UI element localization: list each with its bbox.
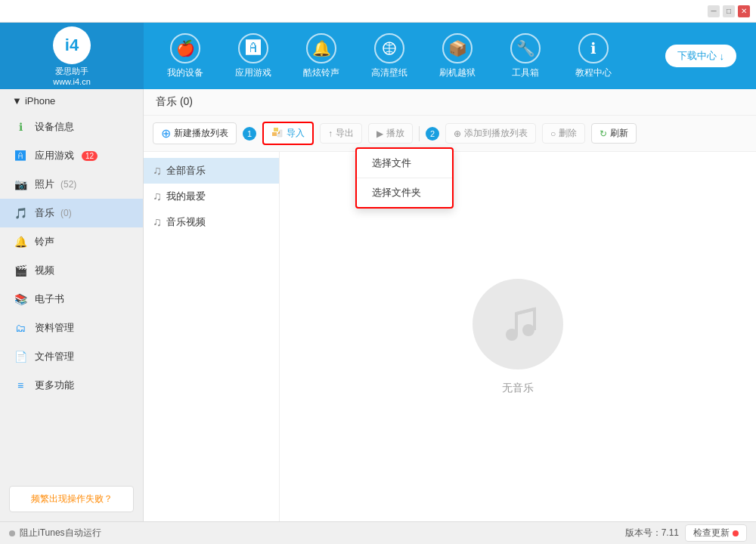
download-button[interactable]: 下载中心 ↓ [665,45,737,67]
music-placeholder-icon [472,279,563,369]
svg-line-7 [516,309,534,314]
toolbar: ⊕ 新建播放列表 1 导入 ↑ [144,116,756,152]
close-button[interactable]: ✕ [738,5,750,17]
photos-count: (52) [60,179,76,190]
error-help-button[interactable]: 频繁出现操作失败？ [9,486,134,512]
nav-jailbreak[interactable]: 📦 刷机越狱 [423,23,491,89]
nav-toolbox[interactable]: 🔧 工具箱 [491,23,559,89]
nav-ringtones-label: 酷炫铃声 [303,66,339,79]
toolbar-separator [419,126,420,141]
play-button[interactable]: ▶ 播放 [368,123,413,144]
music-videos-label: 音乐视频 [166,215,206,229]
nav-tutorials-label: 教程中心 [575,66,612,79]
add-to-playlist-button[interactable]: ⊕ 添加到播放列表 [445,123,536,144]
sidebar-item-videos[interactable]: 🎬 视频 [0,256,143,285]
nav-tutorials[interactable]: ℹ 教程中心 [559,23,627,89]
all-music-label: 全部音乐 [166,164,206,178]
sidebar-item-music[interactable]: 🎵 音乐 (0) [0,199,143,227]
playlist-all-music[interactable]: ♫ 全部音乐 [144,158,279,184]
favorites-label: 我的最爱 [166,190,206,203]
sidebar-item-more[interactable]: ≡ 更多功能 [0,371,143,400]
music-content: 无音乐 [280,152,756,521]
add-to-playlist-label: 添加到播放列表 [464,127,528,140]
step1-badge: 1 [243,127,256,141]
add-to-playlist-icon: ⊕ [454,128,461,139]
sidebar-item-device-info[interactable]: ℹ 设备信息 [0,113,143,141]
refresh-label: 刷新 [610,127,628,140]
apps-badge: 12 [82,151,98,161]
export-icon: ↑ [328,128,333,139]
content-area: ▼ iPhone ℹ 设备信息 🅰 应用游戏 12 📷 照片 (52) 🎵 音乐… [0,89,756,521]
check-update-button[interactable]: 检查更新 [685,524,747,542]
main-content: 音乐 (0) ⊕ 新建播放列表 1 [144,89,756,521]
update-label: 检查更新 [693,527,730,539]
sidebar-file-mgmt-label: 文件管理 [35,350,74,363]
export-button[interactable]: ↑ 导出 [320,123,362,144]
apps-icon: 🅰 [238,33,268,63]
minimize-button[interactable]: ─ [708,5,720,17]
refresh-button[interactable]: ↻ 刷新 [591,123,637,144]
sidebar-bottom: 频繁出现操作失败？ [0,477,143,521]
nav-wallpapers[interactable]: 高清壁纸 [355,23,423,89]
delete-label: 删除 [559,127,577,140]
nav-my-device[interactable]: 🍎 我的设备 [151,23,219,89]
nav-items: 🍎 我的设备 🅰 应用游戏 🔔 酷炫铃声 [144,23,756,89]
sidebar-item-file-mgmt[interactable]: 📄 文件管理 [0,342,143,371]
sidebar: ▼ iPhone ℹ 设备信息 🅰 应用游戏 12 📷 照片 (52) 🎵 音乐… [0,89,144,521]
import-icon [271,126,284,141]
select-file-item[interactable]: 选择文件 [357,149,452,178]
nav-my-device-label: 我的设备 [167,66,203,79]
export-label: 导出 [336,127,354,140]
logo-name: 爱思助手 [55,66,88,77]
new-playlist-button[interactable]: ⊕ 新建播放列表 [153,122,237,144]
ringtones-icon: 🔔 [306,33,336,63]
sidebar-device-name: iPhone [25,95,55,107]
nav-jailbreak-label: 刷机越狱 [439,66,476,79]
new-playlist-label: 新建播放列表 [174,127,228,140]
sidebar-chevron-icon: ▼ [12,95,22,107]
ebooks-sidebar-icon: 📚 [12,291,29,308]
device-info-icon: ℹ [12,119,29,135]
step2-badge: 2 [426,127,439,141]
status-bar: 阻止iTunes自动运行 版本号：7.11 检查更新 [0,521,756,544]
apps-sidebar-icon: 🅰 [12,147,29,164]
new-playlist-icon: ⊕ [161,126,171,141]
delete-button[interactable]: ○ 删除 [542,123,585,144]
import-label: 导入 [287,127,305,140]
maximize-button[interactable]: □ [723,5,735,17]
download-arrow-icon: ↓ [720,51,725,62]
nav-toolbox-label: 工具箱 [512,66,539,79]
sidebar-music-label: 音乐 [35,206,54,220]
music-count: (0) [60,208,72,218]
sidebar-videos-label: 视频 [35,264,54,277]
import-button[interactable]: 导入 [262,122,314,145]
svg-rect-4 [274,128,278,131]
tutorials-icon: ℹ [578,33,609,63]
sidebar-item-ebooks[interactable]: 📚 电子书 [0,285,143,314]
logo-url: www.i4.cn [53,77,91,86]
sidebar-item-apps[interactable]: 🅰 应用游戏 12 [0,141,143,170]
sidebar-item-data-mgmt[interactable]: 🗂 资料管理 [0,314,143,342]
nav-ringtones[interactable]: 🔔 酷炫铃声 [287,23,355,89]
wallpapers-icon [374,33,404,63]
sidebar-data-mgmt-label: 资料管理 [35,321,74,335]
delete-icon: ○ [550,128,556,139]
status-left: 阻止iTunes自动运行 [9,527,101,539]
sidebar-item-ringtones[interactable]: 🔔 铃声 [0,227,143,256]
status-right: 版本号：7.11 检查更新 [625,524,747,542]
all-music-icon: ♫ [153,164,162,178]
import-dropdown: 选择文件 选择文件夹 [355,147,454,209]
play-icon: ▶ [376,128,383,139]
select-folder-item[interactable]: 选择文件夹 [357,178,452,207]
playlist-music-videos[interactable]: ♫ 音乐视频 [144,209,279,235]
photos-sidebar-icon: 📷 [12,176,29,193]
status-dot-icon [9,530,15,536]
more-sidebar-icon: ≡ [12,377,29,394]
nav-wallpapers-label: 高清壁纸 [371,66,407,79]
playlist-favorites[interactable]: ♫ 我的最爱 [144,184,279,209]
sidebar-item-photos[interactable]: 📷 照片 (52) [0,170,143,199]
play-label: 播放 [386,127,404,140]
toolbox-icon: 🔧 [510,33,541,63]
nav-apps[interactable]: 🅰 应用游戏 [219,23,287,89]
download-label: 下载中心 [677,49,717,63]
